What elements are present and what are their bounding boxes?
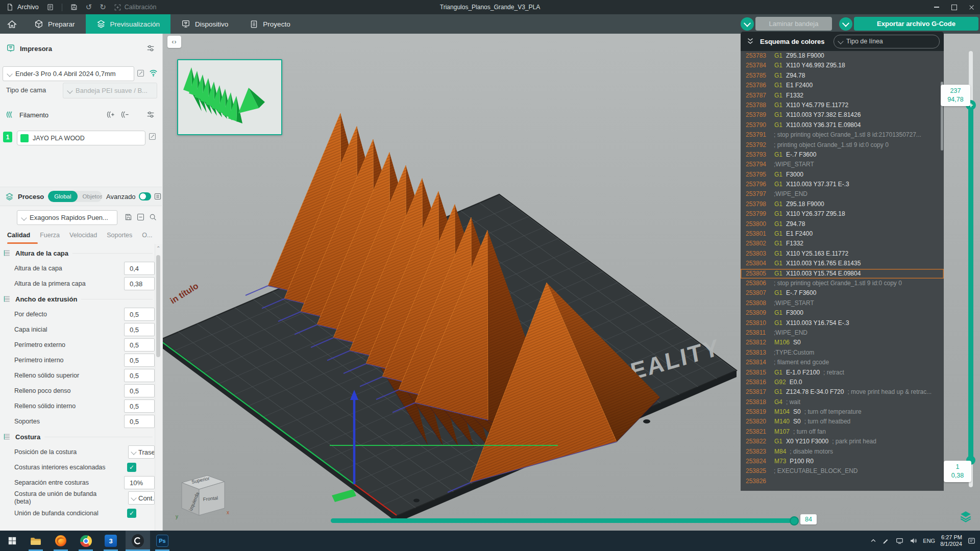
start-button[interactable] <box>6 535 18 547</box>
printer-select[interactable]: Ender-3 Pro 0.4 Abril 2024 0,7mm <box>3 66 134 81</box>
process-scope-toggle[interactable]: Global Objetos <box>48 191 102 202</box>
action-center-icon[interactable] <box>967 537 976 545</box>
setting-checkbox[interactable]: ✓ <box>127 463 136 472</box>
gcode-line[interactable]: 253789G1X110.003 Y37.382 E.81426 <box>741 110 944 120</box>
gcode-line[interactable]: 253797;WIPE_END <box>741 189 944 199</box>
gcode-line[interactable]: 253784G1X110 Y46.993 Z95.18 <box>741 61 944 70</box>
gcode-line[interactable]: 253813;TYPE:Custom <box>741 348 944 358</box>
gcode-line[interactable]: 253799G1X110 Y26.377 Z95.18 <box>741 209 944 219</box>
gcode-line[interactable]: 253814; filament end gcode <box>741 358 944 367</box>
pen-tray-icon[interactable] <box>882 537 890 545</box>
setting-select[interactable]: Cont... <box>128 491 155 505</box>
add-filament-icon[interactable] <box>105 110 115 119</box>
gcode-line[interactable]: 253820M140S0; turn off heatbed <box>741 417 944 427</box>
save-preset-icon[interactable] <box>124 213 133 221</box>
clock[interactable]: 6:27 PM 8/1/2024 <box>940 534 962 547</box>
setting-input[interactable]: 0,5 <box>124 399 155 413</box>
move-slider-handle[interactable] <box>790 516 799 525</box>
remove-filament-icon[interactable] <box>119 110 129 119</box>
photoshop-icon[interactable]: Ps <box>156 535 168 547</box>
gcode-line[interactable]: 253825; EXECUTABLE_BLOCK_END <box>741 466 944 476</box>
gcode-line[interactable]: 253791; stop printing object Grande_1.st… <box>741 130 944 140</box>
tab-otros[interactable]: O... <box>142 232 152 239</box>
tab-proyecto[interactable]: Proyecto <box>239 14 301 34</box>
setting-checkbox[interactable]: ✓ <box>127 509 136 518</box>
vertical-scroll-thumb[interactable] <box>156 255 160 357</box>
wifi-icon[interactable] <box>149 68 158 78</box>
gcode-line[interactable]: 253810G1X110.003 Y16.754 E-.3 <box>741 318 944 328</box>
export-dropdown-button[interactable] <box>839 17 852 31</box>
setting-input[interactable]: 0,5 <box>124 369 155 382</box>
gcode-line[interactable]: 253821M107; turn off fan <box>741 427 944 437</box>
gcode-line[interactable]: 253812M106S0 <box>741 338 944 347</box>
gcode-line[interactable]: 253817G1Z124.78 E-34.0 F720; move print … <box>741 387 944 397</box>
preset-select[interactable]: Exagonos Rapidos Puen... <box>17 210 117 225</box>
gcode-line[interactable]: 253783G1Z95.18 F9000 <box>741 51 944 61</box>
save-icon[interactable] <box>70 3 78 11</box>
calibration-button[interactable]: Calibración <box>114 4 157 11</box>
gcode-line[interactable]: 253786G1E1 F2400 <box>741 81 944 90</box>
gcode-line[interactable]: 253804G1X110.003 Y16.765 E.81435 <box>741 259 944 268</box>
setting-input[interactable]: 0,5 <box>124 338 155 352</box>
advanced-toggle[interactable] <box>139 192 151 201</box>
orientation-cube[interactable]: Superior izquierda Frontal y x <box>176 475 229 519</box>
sidebar-collapse-handle[interactable]: ‹› <box>167 36 181 48</box>
recent-files-icon[interactable] <box>46 3 54 11</box>
gcode-line[interactable]: 253794;WIPE_START <box>741 160 944 169</box>
setting-input[interactable]: 0,5 <box>124 323 155 336</box>
setting-select[interactable]: Trase... <box>128 445 155 459</box>
minimize-button[interactable] <box>928 0 945 14</box>
gcode-line[interactable]: 253818G4; wait <box>741 397 944 407</box>
search-settings-icon[interactable] <box>149 213 157 221</box>
gcode-line[interactable]: 253803G1X110 Y25.163 E.11772 <box>741 249 944 259</box>
gcode-line[interactable]: 253788G1X110 Y45.779 E.11772 <box>741 101 944 110</box>
gcode-line[interactable]: 253816G92E0.0 <box>741 378 944 387</box>
setting-input[interactable]: 10% <box>124 476 155 489</box>
setting-input[interactable]: 0,5 <box>124 308 155 321</box>
layer-slider-range[interactable] <box>968 106 973 460</box>
remove-preset-icon[interactable] <box>136 213 145 221</box>
filament-settings-icon[interactable] <box>146 110 155 119</box>
volume-tray-icon[interactable] <box>909 537 918 545</box>
gcode-line[interactable]: 253806; stop printing object Grande_1.st… <box>741 279 944 288</box>
tab-fuerza[interactable]: Fuerza <box>40 232 60 239</box>
gcode-line[interactable]: 253798G1Z95.18 F9000 <box>741 199 944 209</box>
gcode-line[interactable]: 253785G1Z94.78 <box>741 71 944 81</box>
layers-view-icon[interactable] <box>959 509 973 523</box>
gcode-line[interactable]: 253796G1X110.003 Y37.371 E-.3 <box>741 180 944 189</box>
gcode-line[interactable]: 253800G1Z94.78 <box>741 219 944 229</box>
tab-dispositivo[interactable]: Dispositivo <box>170 14 239 34</box>
bed-type-select[interactable]: Bandeja PEI suave / B... <box>63 83 157 98</box>
process-list-icon[interactable] <box>154 192 162 201</box>
gcode-line[interactable]: 253805G1X110.003 Y15.754 E.09804 <box>741 269 944 279</box>
app3-icon[interactable]: 3 <box>105 535 117 547</box>
setting-input[interactable]: 0,5 <box>124 354 155 367</box>
slice-dropdown-button[interactable] <box>741 17 754 31</box>
gcode-line[interactable]: 253802G1F1332 <box>741 239 944 248</box>
tab-preparar[interactable]: Preparar <box>23 14 86 34</box>
gcode-line[interactable]: 253822G1X0 Y210 F3000; park print head <box>741 437 944 446</box>
edit-printer-icon[interactable] <box>136 69 145 78</box>
setting-input[interactable]: 0,5 <box>124 384 155 397</box>
tab-calidad[interactable]: Calidad <box>7 232 30 239</box>
file-explorer-icon[interactable] <box>30 535 42 547</box>
undo-icon[interactable]: ↺ <box>86 3 92 12</box>
gcode-line[interactable]: 253819M104S0; turn off temperature <box>741 407 944 417</box>
gcode-line[interactable]: 253808;WIPE_START <box>741 298 944 308</box>
gcode-line[interactable]: 253815G1E-1.0 F2100; retract <box>741 368 944 378</box>
export-gcode-button[interactable]: Exportar archivo G-Code <box>854 17 978 31</box>
creality-print-icon[interactable] <box>132 535 144 547</box>
language-indicator[interactable]: ENG <box>923 538 935 544</box>
redo-icon[interactable]: ↻ <box>100 3 106 12</box>
chrome-icon[interactable] <box>80 535 92 547</box>
slice-button[interactable]: Laminar bandeja <box>755 17 832 31</box>
filament-select[interactable]: JAYO PLA WOOD <box>17 131 145 145</box>
scroll-up-icon[interactable]: ⌃ <box>156 246 160 251</box>
menu-archivo[interactable]: Archivo <box>6 3 39 11</box>
gcode-line[interactable]: 253795G1F3000 <box>741 170 944 180</box>
scope-objetos[interactable]: Objetos <box>78 193 102 199</box>
gcode-line[interactable]: 253809G1F3000 <box>741 308 944 318</box>
model-thumbnail[interactable] <box>177 59 282 135</box>
setting-input[interactable]: 0,4 <box>124 262 155 275</box>
setting-input[interactable]: 0,38 <box>124 277 155 290</box>
